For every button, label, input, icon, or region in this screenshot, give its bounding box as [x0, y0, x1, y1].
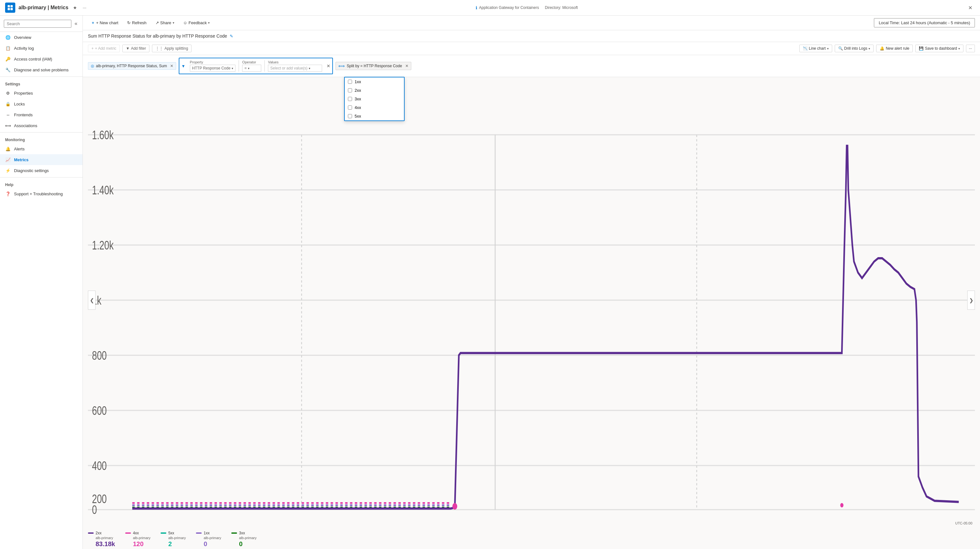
app-icon [5, 3, 15, 13]
collapse-button[interactable]: « [73, 19, 79, 28]
sidebar-item-associations[interactable]: ⟺ Associations [0, 120, 83, 131]
share-chevron: ▾ [173, 21, 174, 24]
new-alert-rule-button[interactable]: 🔔 New alert rule [876, 45, 913, 52]
share-button[interactable]: ↗ Share ▾ [152, 19, 178, 27]
sidebar-label-diagnose: Diagnose and solve problems [14, 68, 68, 72]
search-input[interactable] [4, 20, 72, 28]
legend-value-1xx: 0 [196, 540, 221, 548]
sidebar-item-support[interactable]: ❓ Support + Troubleshooting [0, 188, 83, 199]
sidebar-label-support: Support + Troubleshooting [14, 191, 63, 196]
svg-text:400: 400 [92, 459, 107, 473]
values-checkbox-5xx[interactable] [348, 114, 352, 118]
feedback-icon: ☺ [183, 21, 187, 25]
property-chevron: ▾ [232, 67, 233, 70]
operator-select[interactable]: = ▾ [242, 65, 261, 72]
save-chevron: ▾ [958, 47, 960, 50]
apply-splitting-button[interactable]: ⋮⋮ Apply splitting [152, 45, 191, 52]
title-bar: alb-primary | Metrics ★ ··· ℹ Applicatio… [0, 0, 980, 16]
sidebar-item-metrics[interactable]: 📈 Metrics [0, 154, 83, 165]
frontends-icon: ↔ [5, 112, 11, 118]
apply-splitting-label: Apply splitting [164, 46, 188, 51]
sidebar-label-access-control: Access control (IAM) [14, 57, 52, 62]
time-range-button[interactable]: Local Time: Last 24 hours (Automatic - 5… [874, 18, 975, 27]
sidebar-item-alerts[interactable]: 🔔 Alerts [0, 143, 83, 154]
directory-label: Directory: Microsoft [545, 5, 578, 10]
save-dashboard-button[interactable]: 💾 Save to dashboard ▾ [915, 45, 963, 52]
metrics-chart: 1.60k 1.40k 1.20k 1k 800 600 400 200 0 6… [88, 80, 975, 520]
chart-controls: + + Add metric ▼ Add filter ⋮⋮ Apply spl… [83, 42, 980, 55]
values-checkbox-4xx[interactable] [348, 105, 352, 110]
chart-nav-left[interactable]: ❮ [88, 291, 95, 310]
filter-divider-1 [239, 60, 239, 72]
split-by-label: Split by = HTTP Response Code [347, 64, 402, 68]
drill-logs-button[interactable]: 🔍 Drill into Logs ▾ [835, 45, 874, 52]
values-option-4xx[interactable]: 4xx [345, 103, 404, 112]
main-layout: « 🌐 Overview 📋 Activity log 🔑 Access con… [0, 16, 980, 549]
values-checkbox-3xx[interactable] [348, 97, 352, 101]
split-by-icon: ⟺ [338, 64, 345, 68]
add-metric-icon: + [91, 46, 94, 51]
more-options-icon[interactable]: ··· [81, 4, 88, 11]
divider-1 [0, 76, 83, 77]
legend-resource-2xx: alb-primary [88, 536, 115, 540]
legend-color-4xx [125, 532, 131, 534]
filter-close-button[interactable]: ✕ [325, 64, 332, 68]
split-by-close[interactable]: ✕ [405, 64, 409, 68]
legend-value-4xx: 120 [125, 540, 150, 548]
edit-icon[interactable]: ✎ [230, 34, 233, 38]
associations-icon: ⟺ [5, 123, 11, 129]
legend-item-2xx: 2xx alb-primary 83.18k [88, 531, 115, 548]
properties-icon: ⚙ [5, 90, 11, 96]
chart-area: ❮ ❯ 1.60k 1.40k 1.20k 1k [83, 77, 980, 528]
feedback-button[interactable]: ☺ Feedback ▾ [179, 19, 213, 27]
more-chart-options-button[interactable]: ··· [966, 45, 975, 52]
sidebar-item-diagnose[interactable]: 🔧 Diagnose and solve problems [0, 64, 83, 75]
sidebar-item-properties[interactable]: ⚙ Properties [0, 88, 83, 99]
metric-pill-close[interactable]: ✕ [170, 64, 173, 68]
legend-resource-5xx: alb-primary [161, 536, 186, 540]
property-value: HTTP Response Code [192, 66, 231, 70]
values-option-3xx[interactable]: 3xx [345, 95, 404, 103]
legend-color-3xx [231, 532, 237, 534]
metric-pill-label: alb-primary, HTTP Response Status, Sum [96, 64, 167, 68]
values-checkbox-1xx[interactable] [348, 80, 352, 84]
values-checkbox-2xx[interactable] [348, 88, 352, 92]
legend-value-5xx: 2 [161, 540, 186, 548]
favorite-icon[interactable]: ★ [72, 4, 78, 11]
property-section: Property HTTP Response Code ▾ [187, 59, 238, 73]
new-alert-rule-label: New alert rule [886, 46, 909, 51]
line-chart-button[interactable]: 📉 Line chart ▾ [799, 45, 832, 52]
sidebar-item-activity-log[interactable]: 📋 Activity log [0, 43, 83, 54]
legend-item-5xx: 5xx alb-primary 2 [161, 531, 186, 548]
legend-resource-3xx: alb-primary [231, 536, 256, 540]
close-button[interactable]: ✕ [966, 3, 975, 12]
values-option-2xx[interactable]: 2xx [345, 86, 404, 95]
values-option-1xx[interactable]: 1xx [345, 78, 404, 86]
values-chevron: ▾ [309, 67, 310, 70]
values-label: Values [268, 60, 322, 64]
refresh-button[interactable]: ↻ Refresh [123, 19, 150, 27]
add-metric-button[interactable]: + + Add metric [88, 45, 120, 52]
values-label-2xx: 2xx [355, 88, 361, 93]
sidebar-item-frontends[interactable]: ↔ Frontends [0, 109, 83, 120]
line-chart-icon: 📉 [803, 46, 808, 51]
property-select[interactable]: HTTP Response Code ▾ [190, 65, 236, 72]
sidebar-item-diagnostic[interactable]: ⚡ Diagnostic settings [0, 165, 83, 176]
chart-nav-right[interactable]: ❯ [967, 291, 975, 310]
sidebar-item-locks[interactable]: 🔒 Locks [0, 99, 83, 109]
values-option-5xx[interactable]: 5xx [345, 112, 404, 121]
sidebar-label-properties: Properties [14, 91, 33, 95]
filter-dropdown: ▼ Property HTTP Response Code ▾ Operator… [179, 58, 333, 74]
legend-color-1xx [196, 532, 202, 534]
wrench-icon: 🔧 [5, 67, 11, 73]
values-label-1xx: 1xx [355, 80, 361, 84]
values-dropdown-popup: 1xx 2xx 3xx 4xx 5xx [344, 77, 405, 121]
sidebar-item-overview[interactable]: 🌐 Overview [0, 32, 83, 43]
sidebar-item-access-control[interactable]: 🔑 Access control (IAM) [0, 54, 83, 64]
values-select[interactable]: Select or add value(s) ▾ [268, 65, 322, 72]
filter-row: ◎ alb-primary, HTTP Response Status, Sum… [83, 55, 980, 77]
add-filter-button[interactable]: ▼ Add filter [123, 45, 150, 52]
new-chart-button[interactable]: + + New chart [88, 19, 122, 27]
chart-header: Sum HTTP Response Status for alb-primary… [83, 30, 980, 42]
metric-pill: ◎ alb-primary, HTTP Response Status, Sum… [88, 62, 176, 70]
